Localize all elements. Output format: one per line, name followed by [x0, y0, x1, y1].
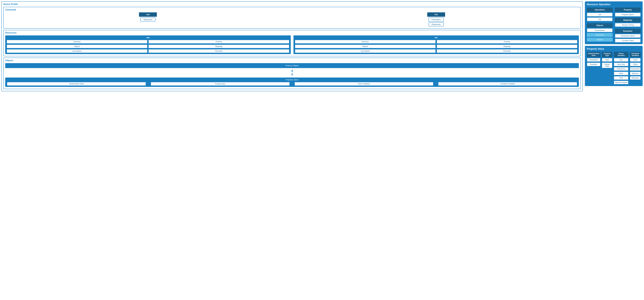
- objects-section: Objects Protocol Object ⬆⬇ Property Valu…: [3, 58, 581, 89]
- parser-vars-size: Size: [614, 58, 628, 62]
- pv-items-row: Administrative State → Property Type → P…: [7, 82, 577, 86]
- command-put-parameters: Parameters: [428, 17, 444, 21]
- ro-parameter-label: Parameter: [615, 29, 641, 33]
- ro-constant-value: Constant Value: [615, 39, 641, 42]
- parser-vars-mask: Mask: [614, 71, 628, 75]
- parser-vars-signed: Signed/Unsigned: [614, 81, 628, 84]
- resource-set-mappings: Mappings: [436, 44, 578, 48]
- pv-arrow-1: →: [147, 82, 150, 85]
- parser-vars-endianness: Endianness: [614, 67, 628, 71]
- resource-get-property: Property: [148, 40, 289, 44]
- admin-state-label: Administrative State: [587, 52, 600, 57]
- device-profile-section: Device Profile Command Get Responses Put…: [1, 1, 583, 91]
- ro-objects-objects: Objects: [587, 38, 613, 42]
- resource-set-parameter: Parameter: [436, 49, 578, 53]
- device-profile-title: Device Profile: [3, 3, 581, 5]
- pv-arrow-3: →: [434, 82, 437, 85]
- ro-mappings-label: Mappings: [615, 18, 641, 22]
- resources-inner: Get Operation Property Objects Mappings …: [5, 35, 579, 54]
- resource-set-operation: Operation: [295, 40, 436, 44]
- resource-operation-inner: Operations Get Set Objects Secondaries R…: [587, 7, 641, 42]
- transform-vars-scale: Scale: [630, 58, 641, 62]
- resource-set-grid: Operation Property Objects Mappings Seco…: [295, 40, 578, 53]
- pv-columns: Administrative State Read/Write Assertio…: [587, 52, 641, 84]
- property-value-section-title: Property Value: [587, 47, 641, 50]
- command-put-label: Put: [427, 12, 445, 17]
- operations-set: Set: [587, 17, 613, 21]
- pv-parser-vars: Parser Variables: [294, 82, 434, 86]
- resource-get-secondaries: Secondaries: [6, 49, 148, 53]
- property-value-title: Property Value: [7, 79, 577, 81]
- resource-get-block: Get Operation Property Objects Mappings …: [5, 35, 291, 54]
- pv-arrow-2: →: [291, 82, 293, 85]
- pv-property-type: Property Type: [151, 82, 290, 86]
- property-type-col: Property Type Type Default Value: [602, 52, 612, 84]
- resource-get-grid: Operation Property Objects Mappings Seco…: [6, 40, 289, 53]
- ro-objects-secondaries: Secondaries: [587, 28, 613, 32]
- resource-set-property: Property: [436, 40, 578, 44]
- command-inner: Get Responses Put Parameters Responses: [5, 12, 579, 26]
- transform-vars-minimum: Minimum: [630, 71, 641, 75]
- property-value-bar: Property Value Administrative State → Pr…: [5, 78, 579, 87]
- protocol-object-bar: Protocol Object: [5, 63, 579, 68]
- command-get-block: Get Responses: [139, 12, 157, 21]
- resource-get-operation: Operation: [6, 40, 148, 44]
- admin-state-readwrite: Read/Write: [587, 58, 600, 62]
- transform-vars-label: Transform Variables: [630, 52, 641, 57]
- operations-block: Operations Get Set: [587, 7, 613, 21]
- left-panel: Device Profile Command Get Responses Put…: [1, 1, 583, 91]
- resource-get-mappings: Mappings: [148, 44, 289, 48]
- ro-parameter-block: Parameter Parameter Name Constant Value: [615, 29, 641, 42]
- main-container: Device Profile Command Get Responses Put…: [1, 1, 643, 91]
- command-get-responses: Responses: [140, 17, 156, 21]
- v-connector-1: ⬆⬇: [5, 69, 579, 76]
- resource-operation-title: Resource Operation: [587, 3, 641, 6]
- resources-title: Resources: [5, 31, 579, 34]
- pv-transform-vars: Transform Variables: [438, 82, 577, 86]
- resource-set-secondaries: Secondaries: [295, 49, 436, 53]
- objects-inner: Protocol Object ⬆⬇ Property Value Admini…: [5, 63, 579, 87]
- property-type-default-value: Default Value: [602, 62, 612, 68]
- resource-get-parameter: Parameter: [148, 49, 289, 53]
- resource-operation-section: Resource Operation Operations Get Set Ob…: [585, 1, 643, 44]
- resource-get-objects: Objects: [6, 44, 148, 48]
- command-put-block: Put Parameters Responses: [427, 12, 445, 26]
- transform-vars-exponential: Exponential: [630, 67, 641, 71]
- resource-set-block: Set Operation Property Objects Mappings …: [294, 35, 579, 54]
- operations-label: Operations: [587, 7, 613, 12]
- ro-objects-label: Objects: [587, 23, 613, 28]
- ro-objects-block: Objects Secondaries Resources Objects: [587, 23, 613, 42]
- ro-property-block: Property Property Name Mappings String t…: [615, 7, 641, 27]
- command-section: Command Get Responses Put Parameters Res…: [3, 7, 581, 28]
- ro-objects-resources: Resources: [587, 33, 613, 37]
- transform-vars-offset: Offset: [630, 62, 641, 66]
- property-value-section: Property Value Administrative State Read…: [585, 46, 643, 86]
- resource-get-title: Get: [6, 36, 289, 39]
- objects-title: Objects: [5, 59, 579, 62]
- operations-get: Get: [587, 13, 613, 17]
- parser-vars-wordsize: Word Size: [614, 62, 628, 66]
- transform-vars-col: Transform Variables Scale Offset Exponen…: [630, 52, 641, 84]
- resource-set-objects: Objects: [295, 44, 436, 48]
- parser-vars-col: Parser Variables Size Word Size Endianne…: [614, 52, 628, 84]
- ro-property-label: Property: [615, 7, 641, 12]
- parser-vars-shift: Shift: [614, 76, 628, 80]
- ro-string-to-string: String to String: [615, 23, 641, 27]
- property-type-type: Type: [602, 58, 612, 62]
- parser-vars-label: Parser Variables: [614, 52, 628, 57]
- pv-admin-state: Administrative State: [7, 82, 146, 86]
- command-put-responses: Responses: [428, 22, 444, 26]
- transform-vars-maximum: Maximum: [630, 76, 641, 80]
- right-panel: Resource Operation Operations Get Set Ob…: [585, 1, 643, 91]
- resource-set-title: Set: [295, 36, 578, 39]
- admin-state-assertion: Assertion: [587, 62, 600, 66]
- admin-state-col: Administrative State Read/Write Assertio…: [587, 52, 600, 84]
- property-type-label: Property Type: [602, 52, 612, 57]
- ro-property-name: Property Name: [615, 13, 641, 17]
- ro-parameter-name: Parameter Name: [615, 34, 641, 38]
- resources-section: Resources Get Operation Property Objects…: [3, 30, 581, 56]
- command-title: Command: [5, 8, 579, 11]
- command-get-label: Get: [139, 12, 157, 17]
